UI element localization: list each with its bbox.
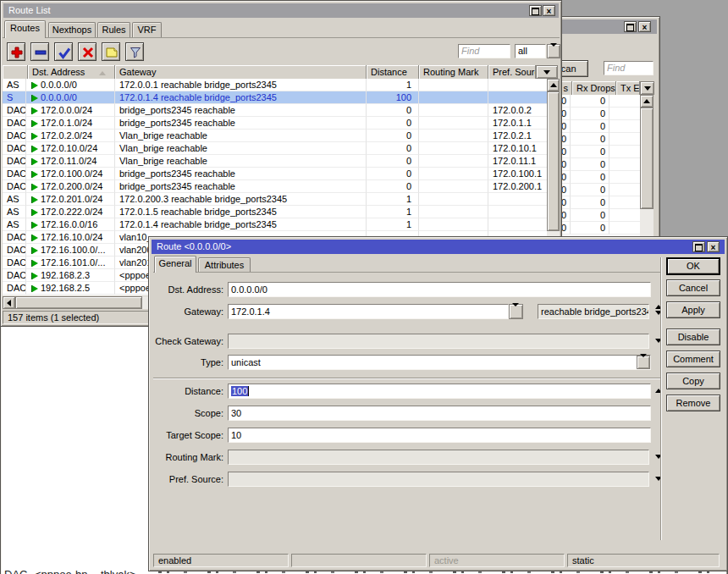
filter-scope-select[interactable]: all (515, 44, 546, 58)
column-header-pref-source[interactable]: Pref. Source (488, 65, 536, 79)
filter-scope-dropdown-button[interactable] (547, 44, 560, 58)
check-gateway-field[interactable] (228, 334, 649, 349)
route-flags: DAC (3, 282, 26, 295)
maximize-icon (695, 244, 703, 251)
route-row[interactable]: DAC172.0.100.0/24bridge_ports2345 reacha… (3, 168, 547, 180)
target-scope-field[interactable]: 10 (228, 428, 651, 443)
stat-cell: 0 (571, 209, 609, 222)
route-pref-source: 172.0.2.1 (488, 130, 547, 142)
disable-button[interactable] (78, 42, 97, 61)
remove-button[interactable]: Remove (666, 395, 720, 411)
find-input[interactable]: Find (604, 61, 654, 75)
route-row[interactable]: AS172.0.222.0/24172.0.1.5 reachable brid… (3, 206, 547, 218)
close-button[interactable]: × (543, 5, 555, 16)
scrollbar-thumb[interactable] (15, 296, 142, 309)
close-icon: × (643, 23, 648, 32)
enable-button[interactable] (54, 42, 73, 61)
close-button[interactable]: × (707, 241, 720, 252)
stat-cell (609, 184, 640, 196)
scrollbar-thumb[interactable] (547, 91, 560, 231)
maximize-icon (532, 8, 539, 15)
tab-routes[interactable]: Routes (4, 20, 46, 38)
ok-button[interactable]: OK (666, 257, 720, 275)
route-row[interactable]: S0.0.0.0/0172.0.1.4 reachable bridge_por… (3, 91, 547, 104)
disable-icon (81, 46, 95, 59)
tab-vrf[interactable]: VRF (132, 22, 162, 37)
route-routing-mark (419, 117, 488, 130)
route-row[interactable]: AS172.16.0.0/16172.0.1.4 reachable bridg… (3, 218, 547, 231)
add-button[interactable] (7, 42, 25, 61)
column-header-rx-drops[interactable]: Rx Drops (572, 81, 616, 95)
route-row[interactable]: DAC172.0.0.0/24bridge_ports2345 reachabl… (3, 104, 547, 117)
column-header-flags[interactable] (3, 65, 28, 79)
tab-attributes[interactable]: Attributes (198, 257, 251, 273)
tab-rules[interactable]: Rules (97, 22, 130, 37)
stat-cell: 0 (571, 171, 609, 184)
gateway-field[interactable]: 172.0.1.4 (228, 304, 509, 319)
route-row[interactable]: DAC172.0.2.0/24Vlan_brige reachable0172.… (3, 130, 547, 142)
route-dst: 0.0.0.0/0 (26, 79, 115, 91)
route-dst: 172.0.2.0/24 (26, 130, 115, 142)
route-dst: 172.16.0.0/16 (26, 218, 115, 231)
scroll-left-button[interactable] (3, 296, 15, 309)
dropdown-icon (640, 357, 648, 367)
column-select-button[interactable] (536, 65, 558, 79)
selected-text: 100 (231, 386, 249, 396)
route-flag-icon (32, 171, 38, 178)
remove-button[interactable] (30, 42, 49, 61)
copy-button[interactable]: Copy (666, 373, 720, 389)
route-row[interactable]: DAC172.0.11.0/24Vlan_brige reachable0172… (3, 155, 547, 168)
column-header-dst-address[interactable]: Dst. Address (28, 65, 115, 79)
comment-button[interactable] (102, 42, 120, 61)
route-routing-mark (419, 142, 488, 155)
dst-address-field[interactable]: 0.0.0.0/0 (228, 282, 651, 297)
route-dst: 172.0.201.0/24 (26, 193, 115, 206)
route-row[interactable]: DAC172.0.1.0/24bridge_ports2345 reachabl… (3, 117, 547, 130)
close-button[interactable]: × (638, 21, 651, 32)
column-header-distance[interactable]: Distance (367, 65, 419, 79)
route-distance: 0 (367, 155, 419, 168)
scroll-up-button[interactable] (547, 79, 560, 91)
route-row[interactable]: DAC172.0.200.0/24bridge_ports2345 reacha… (3, 180, 547, 193)
maximize-button[interactable] (624, 21, 637, 32)
comment-button[interactable]: Comment (666, 350, 720, 367)
column-header-tx-err[interactable]: Tx Err (616, 81, 640, 95)
distance-field[interactable]: 100 (228, 384, 651, 399)
route-row[interactable]: AS0.0.0.0/0172.0.0.1 reachable bridge_po… (3, 79, 547, 91)
cancel-button[interactable]: Cancel (666, 279, 720, 296)
column-header-routing-mark[interactable]: Routing Mark (419, 65, 488, 79)
apply-button[interactable]: Apply (666, 301, 720, 318)
filter-button[interactable] (125, 42, 144, 61)
scope-field[interactable]: 30 (228, 406, 651, 421)
scroll-up-button[interactable] (640, 95, 654, 108)
routing-mark-field[interactable] (228, 450, 649, 465)
stat-cell: 0 (571, 108, 609, 120)
route-dst: 172.0.0.0/24 (26, 104, 115, 117)
pref-source-field[interactable] (228, 472, 649, 487)
route-row[interactable]: DAC172.0.10.0/24Vlan_brige reachable0172… (3, 142, 547, 155)
route-flag-icon (32, 235, 38, 241)
route-distance: 0 (367, 104, 419, 117)
route-flags: AS (3, 193, 26, 206)
route-flag-icon (32, 273, 38, 279)
remove-icon (34, 46, 47, 59)
gateway-dropdown-button[interactable] (509, 304, 523, 319)
maximize-button[interactable] (692, 241, 705, 252)
column-header-gateway[interactable]: Gateway (115, 65, 367, 79)
route-dst: 172.0.10.0/24 (26, 142, 115, 155)
tab-general[interactable]: General (154, 256, 196, 273)
route-dst: 192.168.2.5 (26, 282, 115, 295)
tab-nexthops[interactable]: Nexthops (48, 22, 96, 37)
type-field[interactable]: unicast (228, 355, 651, 370)
maximize-button[interactable] (529, 5, 542, 16)
disable-button[interactable]: Disable (666, 328, 720, 345)
stat-cell (609, 222, 640, 235)
scrollbar-thumb[interactable] (640, 108, 654, 209)
desktop: DAC<pppoe-bntblyak> × Scan Find s Rx Dro… (0, 0, 728, 574)
route-gateway: bridge_ports2345 reachable (115, 117, 367, 130)
column-select-button[interactable] (640, 81, 654, 95)
type-dropdown-button[interactable] (637, 356, 650, 369)
route-flags: DAC (3, 130, 26, 142)
find-input[interactable]: Find (458, 44, 510, 58)
route-row[interactable]: AS172.0.201.0/24172.0.200.3 reachable br… (3, 193, 547, 206)
